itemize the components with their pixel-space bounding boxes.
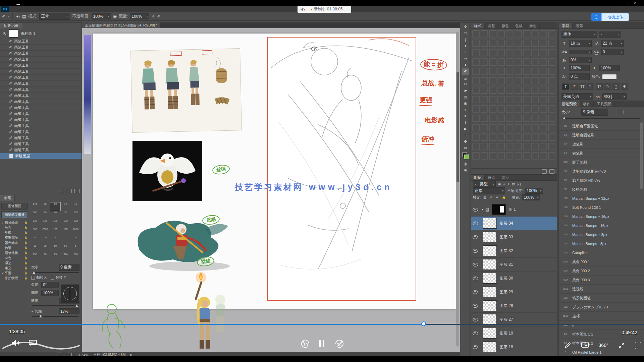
style-swatch[interactable] <box>523 105 530 113</box>
pressure-size-icon[interactable]: ✐ <box>157 14 161 19</box>
notes-pencil-icon[interactable] <box>564 341 571 350</box>
style-swatch[interactable] <box>497 68 505 75</box>
chevron-down-icon[interactable]: ▾ <box>8 15 9 18</box>
canvas-scrollbar[interactable] <box>456 32 459 347</box>
panel-tab[interactable]: 段落 <box>573 23 586 28</box>
style-swatch[interactable] <box>515 124 522 131</box>
font-family-select[interactable]: 黑体▾ <box>561 31 597 38</box>
style-swatch[interactable] <box>489 115 496 122</box>
new-document-icon[interactable] <box>59 189 64 193</box>
tool-button[interactable]: ◐ <box>462 107 469 113</box>
lock-icon[interactable]: 🔒 <box>24 246 28 249</box>
brush-tip[interactable]: 128 <box>71 219 81 228</box>
style-swatch[interactable] <box>481 49 488 56</box>
history-item[interactable]: ✐ 画笔工具 <box>0 51 82 57</box>
history-panel-tab[interactable]: 历史记录 <box>0 23 22 28</box>
style-swatch[interactable] <box>515 58 522 66</box>
history-item[interactable]: ✐ 画笔工具 <box>0 99 82 105</box>
baseline-field[interactable]: 0 点 <box>569 73 590 80</box>
layer-group-row[interactable]: ▼ ▤ 组 1 <box>471 203 557 217</box>
brush-tool-icon[interactable]: ✐ <box>2 14 6 19</box>
angle-dial[interactable] <box>61 284 79 303</box>
tool-button[interactable]: ʆ <box>462 37 469 43</box>
style-swatch[interactable] <box>515 40 522 47</box>
tool-button[interactable]: ▶ <box>462 126 469 132</box>
style-swatch[interactable] <box>472 58 480 66</box>
forward-30-button[interactable]: 30 <box>333 339 345 349</box>
style-swatch[interactable] <box>481 105 488 113</box>
size-slider[interactable] <box>32 272 79 273</box>
style-swatch[interactable] <box>497 115 505 122</box>
tool-button[interactable]: ▭ <box>462 132 469 138</box>
style-swatch[interactable] <box>548 152 555 160</box>
window-controls[interactable]: —□✕ <box>619 1 641 5</box>
opacity-select[interactable]: 100%▾ <box>92 13 111 19</box>
lock-icon[interactable]: 🔒 <box>24 236 28 239</box>
brush-preset-row[interactable]: 128 Martian Bumps - 8px <box>559 239 644 248</box>
style-swatch[interactable] <box>481 124 488 131</box>
panel-tab[interactable]: 颜色 <box>498 23 512 28</box>
style-swatch[interactable] <box>472 115 480 122</box>
brush-tip[interactable]: 300 <box>30 211 40 219</box>
style-swatch[interactable] <box>506 152 513 160</box>
style-swatch[interactable] <box>481 96 488 103</box>
style-swatch[interactable] <box>540 49 547 56</box>
style-swatch[interactable] <box>548 68 555 75</box>
visibility-eye-icon[interactable] <box>471 326 480 340</box>
underline-button[interactable]: T <box>612 83 620 90</box>
style-swatch[interactable] <box>481 152 488 160</box>
lock-icon[interactable]: 🔒 <box>24 251 28 254</box>
style-swatch[interactable] <box>540 68 547 75</box>
style-swatch[interactable] <box>523 49 530 56</box>
style-swatch[interactable] <box>515 49 522 56</box>
lock-icon[interactable]: 🔒 <box>24 272 28 275</box>
brush-tip[interactable]: 25 <box>50 253 60 261</box>
style-swatch[interactable] <box>515 152 522 160</box>
brush-tip[interactable]: 6 <box>71 236 81 244</box>
style-swatch[interactable] <box>472 152 480 160</box>
tool-button[interactable]: ✐ <box>462 68 469 75</box>
brush-tip[interactable]: 175 <box>30 202 40 211</box>
brush-option-row[interactable]: ✓ 双重画笔 🔒 <box>0 235 29 240</box>
brush-tip[interactable]: 1690 <box>71 228 81 236</box>
style-swatch[interactable] <box>548 115 555 122</box>
style-swatch[interactable] <box>472 68 480 75</box>
spacing-checkbox[interactable]: ✓ <box>31 310 34 313</box>
style-swatch[interactable] <box>531 105 539 113</box>
panel-tab[interactable]: 画笔预设 <box>559 101 580 107</box>
layer-name[interactable]: 图层 18 <box>499 344 513 350</box>
style-swatch[interactable] <box>489 40 496 47</box>
style-swatch[interactable] <box>540 124 547 131</box>
style-swatch[interactable] <box>515 133 522 141</box>
flow-select[interactable]: 100%▾ <box>130 13 149 19</box>
brush-option-row[interactable]: ✓ 保护纹理 🔒 <box>0 276 29 281</box>
brush-tip[interactable]: 35 <box>60 211 70 219</box>
style-swatch[interactable] <box>540 105 547 113</box>
filter-folder-icon[interactable]: ▤ <box>512 182 515 186</box>
style-swatch[interactable] <box>506 143 513 150</box>
style-swatch[interactable] <box>481 86 488 94</box>
style-swatch[interactable] <box>489 152 496 160</box>
style-swatch[interactable] <box>531 152 539 160</box>
layer-name[interactable]: 图层 19 <box>499 330 513 336</box>
group-mask-thumbnail[interactable] <box>492 204 506 215</box>
style-swatch[interactable] <box>523 124 530 131</box>
style-swatch[interactable] <box>489 49 496 56</box>
brush-tip[interactable]: 128 <box>40 219 50 228</box>
brush-preset-row[interactable]: 1690 连环 <box>559 312 644 321</box>
tool-button[interactable]: ✦ <box>462 43 469 49</box>
flip-y-checkbox[interactable] <box>51 276 54 280</box>
style-swatch[interactable] <box>540 77 547 84</box>
panel-tab[interactable]: 路径 <box>498 175 512 180</box>
layer-row[interactable]: 图层 31 <box>471 258 557 272</box>
style-swatch[interactable] <box>497 152 505 160</box>
tool-button[interactable]: ⌗ <box>462 49 469 56</box>
history-item[interactable]: ✐ 画笔工具 <box>0 63 82 69</box>
text-color-swatch[interactable] <box>602 74 617 79</box>
layer-name[interactable]: 图层 28 <box>499 303 513 309</box>
bold-button[interactable]: T <box>562 83 569 90</box>
style-swatch[interactable] <box>523 77 530 84</box>
style-swatch[interactable] <box>548 40 555 47</box>
style-swatch[interactable] <box>515 115 522 122</box>
history-item[interactable]: ✐ 画笔工具 <box>0 105 82 111</box>
